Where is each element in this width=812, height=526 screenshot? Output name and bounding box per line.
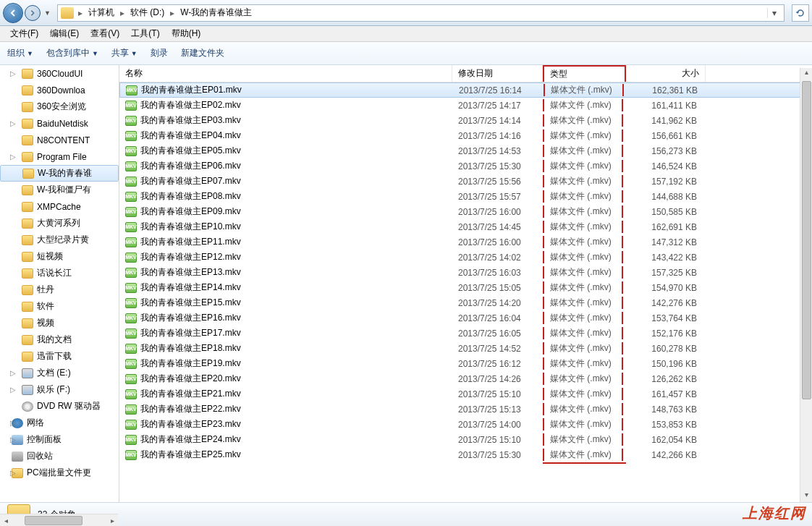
tree-item-label: 360CloudUI <box>37 69 83 79</box>
expand-arrow-icon[interactable]: ▷ <box>10 436 16 444</box>
file-row[interactable]: MKV我的青春谁做主EP07.mkv2013/7/25 15:56媒体文件 (.… <box>119 174 812 189</box>
tree-item[interactable]: N8CONTENT <box>0 132 119 148</box>
tree-item[interactable]: 视频 <box>0 315 119 331</box>
file-name: 我的青春谁做主EP15.mkv <box>140 297 241 309</box>
file-row[interactable]: MKV我的青春谁做主EP24.mkv2013/7/25 15:10媒体文件 (.… <box>119 432 812 447</box>
menu-edit[interactable]: 编辑(E) <box>44 27 85 40</box>
file-row[interactable]: MKV我的青春谁做主EP11.mkv2013/7/25 16:00媒体文件 (.… <box>119 234 812 250</box>
file-row[interactable]: MKV我的青春谁做主EP18.mkv2013/7/25 14:52媒体文件 (.… <box>119 341 812 356</box>
file-type: 媒体文件 (.mkv) <box>543 114 623 127</box>
tree-item[interactable]: 大型纪录片黄 <box>0 232 119 248</box>
tree-item[interactable]: ▷PC端批量文件更 <box>0 465 119 481</box>
expand-arrow-icon[interactable]: ▷ <box>10 119 16 127</box>
file-name: 我的青春谁做主EP25.mkv <box>140 449 241 461</box>
tree-item[interactable]: 话说长江 <box>0 265 119 281</box>
file-row[interactable]: MKV我的青春谁做主EP20.mkv2013/7/25 14:26媒体文件 (.… <box>119 371 812 386</box>
breadcrumb-dropdown[interactable]: ▾ <box>767 8 781 18</box>
folder-tree[interactable]: ▷360CloudUI360Downloa360安全浏览▷BaiduNetdis… <box>0 65 119 502</box>
file-name: 我的青春谁做主EP11.mkv <box>140 236 241 248</box>
breadcrumb-part[interactable]: W-我的青春谁做主 <box>176 7 256 19</box>
file-name: 我的青春谁做主EP08.mkv <box>140 190 241 203</box>
tree-item[interactable]: W-我的青春谁 <box>0 165 119 182</box>
back-button[interactable] <box>3 3 23 23</box>
file-row[interactable]: MKV我的青春谁做主EP09.mkv2013/7/25 16:00媒体文件 (.… <box>119 204 812 219</box>
tree-item[interactable]: DVD RW 驱动器 <box>0 398 119 415</box>
file-row[interactable]: MKV我的青春谁做主EP22.mkv2013/7/25 15:13媒体文件 (.… <box>119 402 812 417</box>
tree-item-label: 视频 <box>37 317 54 329</box>
tree-item[interactable]: ▷BaiduNetdisk <box>0 115 119 132</box>
expand-arrow-icon[interactable]: ▷ <box>10 369 16 377</box>
include-library-button[interactable]: 包含到库中▼ <box>46 47 98 59</box>
file-row[interactable]: MKV我的青春谁做主EP08.mkv2013/7/25 15:57媒体文件 (.… <box>119 189 812 204</box>
file-type: 媒体文件 (.mkv) <box>543 251 623 263</box>
file-row[interactable]: MKV我的青春谁做主EP02.mkv2013/7/25 14:17媒体文件 (.… <box>119 98 812 113</box>
menu-help[interactable]: 帮助(H) <box>166 27 207 40</box>
file-list[interactable]: 名称 修改日期 类型 大小 MKV我的青春谁做主EP01.mkv2013/7/2… <box>119 65 812 502</box>
file-row[interactable]: MKV我的青春谁做主EP14.mkv2013/7/25 15:05媒体文件 (.… <box>119 280 812 295</box>
menu-file[interactable]: 文件(F) <box>4 27 44 40</box>
tree-item[interactable]: ▷Program File <box>0 148 119 165</box>
expand-arrow-icon[interactable]: ▷ <box>10 469 16 477</box>
breadcrumb-part[interactable]: 软件 (D:) <box>126 7 169 19</box>
menu-tools[interactable]: 工具(T) <box>125 27 165 40</box>
file-row[interactable]: MKV我的青春谁做主EP23.mkv2013/7/25 14:00媒体文件 (.… <box>119 417 812 432</box>
expand-arrow-icon[interactable]: ▷ <box>10 419 16 427</box>
file-type: 媒体文件 (.mkv) <box>543 175 623 187</box>
file-row[interactable]: MKV我的青春谁做主EP15.mkv2013/7/25 14:20媒体文件 (.… <box>119 295 812 310</box>
file-row[interactable]: MKV我的青春谁做主EP03.mkv2013/7/25 14:14媒体文件 (.… <box>119 113 812 128</box>
tree-item[interactable]: 迅雷下载 <box>0 348 119 365</box>
file-row[interactable]: MKV我的青春谁做主EP10.mkv2013/7/25 14:45媒体文件 (.… <box>119 219 812 234</box>
column-date[interactable]: 修改日期 <box>452 65 543 82</box>
file-row[interactable]: MKV我的青春谁做主EP21.mkv2013/7/25 15:10媒体文件 (.… <box>119 386 812 402</box>
file-row[interactable]: MKV我的青春谁做主EP16.mkv2013/7/25 16:04媒体文件 (.… <box>119 310 812 326</box>
refresh-button[interactable] <box>792 4 809 22</box>
tree-item[interactable]: 短视频 <box>0 248 119 265</box>
tree-item[interactable]: 我的文档 <box>0 331 119 348</box>
scroll-up-icon[interactable]: ▴ <box>800 68 812 80</box>
scrollbar-thumb[interactable] <box>802 81 811 399</box>
tree-item[interactable]: 360Downloa <box>0 82 119 98</box>
tree-item[interactable]: ▷娱乐 (F:) <box>0 381 119 398</box>
expand-arrow-icon[interactable]: ▷ <box>10 69 16 77</box>
tree-item[interactable]: 360安全浏览 <box>0 98 119 115</box>
file-name: 我的青春谁做主EP17.mkv <box>140 327 241 339</box>
column-name[interactable]: 名称 <box>119 65 452 82</box>
organize-button[interactable]: 组织▼ <box>7 47 33 59</box>
tree-item[interactable]: 回收站 <box>0 448 119 465</box>
folder-icon <box>22 252 33 262</box>
file-row[interactable]: MKV我的青春谁做主EP13.mkv2013/7/25 16:03媒体文件 (.… <box>119 265 812 280</box>
file-row[interactable]: MKV我的青春谁做主EP25.mkv2013/7/25 15:30媒体文件 (.… <box>119 447 812 462</box>
breadcrumb-part[interactable]: 计算机 <box>84 7 119 19</box>
scroll-down-icon[interactable]: ▾ <box>800 491 812 502</box>
history-dropdown[interactable]: ▼ <box>42 9 53 17</box>
file-row[interactable]: MKV我的青春谁做主EP01.mkv2013/7/25 16:14媒体文件 (.… <box>119 82 812 98</box>
tree-item[interactable]: ▷360CloudUI <box>0 65 119 82</box>
tree-item[interactable]: 大黄河系列 <box>0 215 119 232</box>
burn-button[interactable]: 刻录 <box>151 47 168 59</box>
forward-button[interactable] <box>25 5 41 21</box>
menu-view[interactable]: 查看(V) <box>85 27 125 40</box>
file-row[interactable]: MKV我的青春谁做主EP12.mkv2013/7/25 14:02媒体文件 (.… <box>119 250 812 265</box>
column-size[interactable]: 大小 <box>626 65 706 82</box>
tree-item[interactable]: ▷网络 <box>0 415 119 431</box>
tree-item[interactable]: 软件 <box>0 298 119 315</box>
file-row[interactable]: MKV我的青春谁做主EP19.mkv2013/7/25 16:12媒体文件 (.… <box>119 356 812 371</box>
tree-item[interactable]: W-我和僵尸有 <box>0 182 119 198</box>
file-row[interactable]: MKV我的青春谁做主EP06.mkv2013/7/25 15:30媒体文件 (.… <box>119 158 812 174</box>
share-button[interactable]: 共享▼ <box>111 47 138 59</box>
file-size: 162,054 KB <box>623 435 703 445</box>
tree-item[interactable]: XMPCache <box>0 198 119 215</box>
new-folder-button[interactable]: 新建文件夹 <box>181 47 224 59</box>
tree-item[interactable]: ▷控制面板 <box>0 431 119 448</box>
vertical-scrollbar[interactable]: ▴ ▾ <box>800 68 812 502</box>
file-row[interactable]: MKV我的青春谁做主EP17.mkv2013/7/25 16:05媒体文件 (.… <box>119 326 812 341</box>
tree-item[interactable]: 牡丹 <box>0 281 119 298</box>
tree-item[interactable]: ▷文档 (E:) <box>0 365 119 381</box>
column-type[interactable]: 类型 <box>543 65 626 82</box>
expand-arrow-icon[interactable]: ▷ <box>10 386 16 394</box>
mkv-file-icon: MKV <box>125 101 137 111</box>
breadcrumb[interactable]: ▸ 计算机 ▸ 软件 (D:) ▸ W-我的青春谁做主 ▾ <box>57 4 784 22</box>
file-row[interactable]: MKV我的青春谁做主EP04.mkv2013/7/25 14:16媒体文件 (.… <box>119 128 812 143</box>
expand-arrow-icon[interactable]: ▷ <box>10 153 16 161</box>
file-row[interactable]: MKV我的青春谁做主EP05.mkv2013/7/25 14:53媒体文件 (.… <box>119 143 812 158</box>
